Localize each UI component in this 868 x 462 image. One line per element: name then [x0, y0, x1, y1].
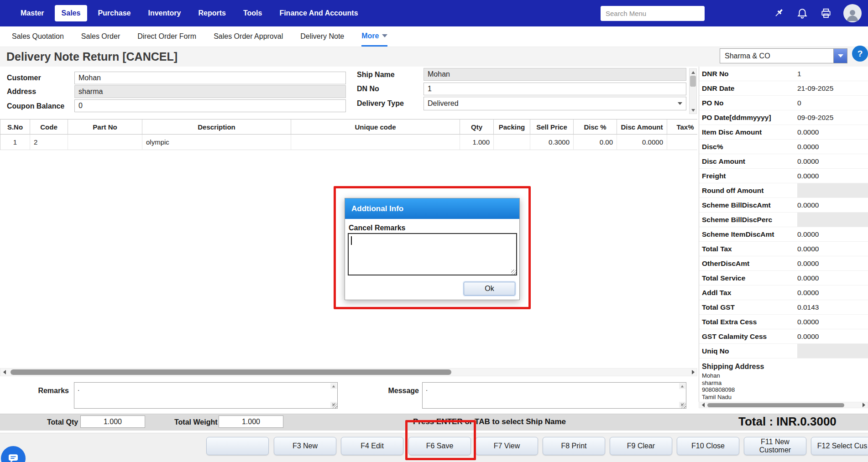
total-weight-input[interactable]: 1.000	[219, 415, 283, 428]
cancel-remarks-textarea[interactable]	[348, 233, 517, 275]
subnav-delivery-note[interactable]: Delivery Note	[300, 26, 344, 47]
side-panel-label: Total GST	[699, 300, 797, 314]
scroll-up-icon[interactable]	[679, 383, 685, 389]
cell-disc-pct: 0.00	[574, 135, 617, 150]
grand-total: Total : INR.0.3000	[738, 415, 837, 429]
search-input[interactable]	[601, 6, 705, 21]
main-horizontal-scrollbar[interactable]	[0, 368, 697, 376]
nav-item-finance-and-accounts[interactable]: Finance And Accounts	[272, 5, 365, 21]
dn-no-input[interactable]: 1	[424, 83, 686, 95]
col-description: Description	[142, 119, 291, 135]
side-panel-horizontal-scrollbar[interactable]	[699, 402, 868, 408]
coupon-balance-input[interactable]: 0	[74, 99, 346, 112]
message-textarea[interactable]: .	[422, 382, 686, 409]
col-tax-pct: Tax%	[667, 119, 697, 135]
vertical-scroll-thumb[interactable]	[690, 76, 696, 87]
f11-new-customer-button[interactable]: F11 New Customer	[744, 437, 806, 455]
side-panel-label: DNR No	[699, 67, 797, 81]
nav-item-tools[interactable]: Tools	[236, 5, 269, 21]
resize-grip-icon[interactable]	[332, 403, 337, 408]
subnav-sales-order[interactable]: Sales Order	[81, 26, 120, 47]
side-panel-value: 0.0000	[797, 256, 868, 270]
f7-view-button[interactable]: F7 View	[476, 437, 538, 455]
scroll-left-icon[interactable]	[699, 402, 707, 408]
items-table: S.No Code Part No Description Unique cod…	[0, 119, 697, 150]
delivery-type-select[interactable]: Delivered	[424, 97, 686, 110]
cancel-remarks-label: Cancel Remarks	[349, 224, 519, 232]
nav-item-master[interactable]: Master	[14, 5, 51, 21]
cell-tax-pct	[667, 135, 697, 150]
table-row[interactable]: 1 2 olympic 1.000 0.3000 0.00 0.0000	[0, 135, 697, 150]
side-panel-label: Scheme BillDiscPerc	[699, 213, 797, 227]
user-avatar[interactable]	[843, 4, 862, 22]
cell-unique-code	[291, 135, 460, 150]
scroll-right-icon[interactable]	[689, 369, 697, 376]
scroll-right-icon[interactable]	[860, 402, 868, 408]
coupon-balance-value: 0	[78, 102, 83, 110]
side-panel-value: 0.0143	[797, 300, 868, 314]
message-value: .	[426, 384, 428, 392]
f3-new-button[interactable]: F3 New	[274, 437, 336, 455]
side-panel-value: 0.0000	[797, 169, 868, 183]
blank-button[interactable]	[206, 437, 269, 455]
address-label: Address	[7, 88, 36, 96]
scroll-down-icon[interactable]	[690, 107, 696, 114]
nav-item-sales[interactable]: Sales	[55, 5, 88, 21]
cell-packing	[494, 135, 530, 150]
side-panel-value: 0.0000	[797, 329, 868, 343]
total-qty-input[interactable]: 1.000	[80, 415, 145, 428]
side-panel-row: Total Service0.0000	[699, 271, 868, 286]
dialog-title: Addtional Info	[345, 198, 519, 219]
customer-label: Customer	[7, 74, 41, 82]
horizontal-scroll-thumb[interactable]	[10, 369, 451, 375]
printer-icon[interactable]	[820, 7, 832, 20]
f12-select-customer-button[interactable]: F12 Select Cus	[811, 437, 868, 455]
f8-print-button[interactable]: F8 Print	[543, 437, 605, 455]
message-label: Message	[382, 387, 419, 395]
address-input[interactable]: sharma	[74, 85, 346, 98]
side-panel-value: 09-09-2025	[797, 110, 868, 125]
scroll-left-icon[interactable]	[0, 369, 8, 376]
subnav-direct-order-form[interactable]: Direct Order Form	[137, 26, 196, 47]
nav-item-purchase[interactable]: Purchase	[91, 5, 137, 21]
bell-icon[interactable]	[796, 7, 809, 20]
f10-close-button[interactable]: F10 Close	[677, 437, 739, 455]
ship-name-value: Mohan	[428, 70, 450, 78]
side-panel-row: Addl Tax0.0000	[699, 286, 868, 300]
subnav-sales-quotation[interactable]: Sales Quotation	[12, 26, 64, 47]
side-panel-row: Item Disc Amount0.0000	[699, 125, 868, 140]
nav-item-inventory[interactable]: Inventory	[141, 5, 188, 21]
resize-grip-icon[interactable]	[681, 403, 686, 408]
f4-edit-button[interactable]: F4 Edit	[341, 437, 403, 455]
side-panel-label: Total Tax	[699, 242, 797, 256]
side-panel-label: Disc Amount	[699, 154, 797, 168]
ok-button[interactable]: Ok	[464, 282, 515, 296]
scroll-up-icon[interactable]	[330, 383, 337, 389]
resize-grip-icon[interactable]	[511, 270, 516, 275]
side-panel-label: Disc%	[699, 140, 797, 154]
company-select[interactable]: Sharma & CO	[720, 48, 847, 63]
remarks-textarea[interactable]: .	[74, 382, 338, 409]
ship-name-input[interactable]: Mohan	[424, 68, 686, 81]
customer-input[interactable]: Mohan	[74, 72, 346, 84]
scroll-up-icon[interactable]	[690, 69, 696, 76]
side-panel-label: GST Calamity Cess	[699, 329, 797, 343]
form-vertical-scrollbar[interactable]	[689, 68, 697, 114]
side-panel-value: 0.0000	[797, 198, 868, 212]
company-select-button[interactable]	[833, 49, 847, 63]
horizontal-scroll-thumb[interactable]	[707, 403, 844, 407]
side-panel-row: Scheme BillDiscPerc	[699, 213, 868, 227]
side-panel-label: Total Service	[699, 271, 797, 285]
side-panel-value	[797, 344, 868, 358]
side-panel-value: 0.0000	[797, 286, 868, 300]
f9-clear-button[interactable]: F9 Clear	[610, 437, 672, 455]
subnav-more-label: More	[361, 32, 379, 40]
side-panel-value: 0.0000	[797, 242, 868, 256]
col-part-no: Part No	[68, 119, 142, 135]
nav-item-reports[interactable]: Reports	[191, 5, 232, 21]
subnav-sales-order-approval[interactable]: Sales Order Approval	[214, 26, 283, 47]
help-icon[interactable]: ?	[852, 46, 868, 62]
f6-save-button[interactable]: F6 Save	[408, 437, 471, 455]
pin-icon[interactable]	[772, 7, 785, 20]
subnav-more[interactable]: More	[361, 26, 387, 47]
